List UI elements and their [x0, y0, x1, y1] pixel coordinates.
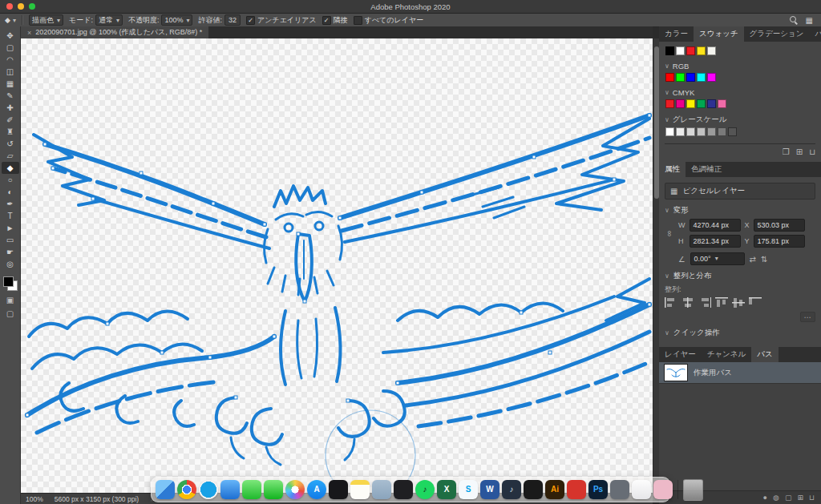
- delete-path-icon[interactable]: ⊔: [809, 494, 815, 502]
- history-brush-tool-icon[interactable]: ↺: [2, 138, 19, 150]
- dock-facetime-icon[interactable]: [264, 480, 283, 499]
- swatch[interactable]: [697, 73, 706, 82]
- quick-actions-section-header[interactable]: クイック操作: [665, 328, 815, 338]
- swatch[interactable]: [676, 127, 685, 136]
- dock-adobe-cc-icon[interactable]: [524, 480, 543, 499]
- fill-path-icon[interactable]: ●: [763, 494, 767, 502]
- swatch[interactable]: [665, 46, 674, 55]
- screen-mode-icon[interactable]: ▢: [6, 309, 14, 318]
- all-layers-checkbox[interactable]: ✓ すべてのレイヤー: [354, 15, 423, 26]
- width-field[interactable]: 4270.44 px: [690, 219, 741, 232]
- shape-tool-icon[interactable]: ▭: [2, 234, 19, 246]
- swatch[interactable]: [676, 99, 685, 108]
- swatch-group-rgb[interactable]: RGB: [665, 62, 815, 71]
- swatch[interactable]: [707, 99, 716, 108]
- link-dimensions-icon[interactable]: ∞: [665, 219, 675, 248]
- tab-channels[interactable]: チャンネル: [702, 347, 752, 362]
- path-as-selection-icon[interactable]: ▢: [785, 494, 792, 502]
- dock-spotify-icon[interactable]: ♪: [415, 480, 435, 499]
- dock-garageband-icon[interactable]: [329, 480, 348, 499]
- brush-tool-icon[interactable]: ✐: [2, 114, 19, 126]
- new-path-icon[interactable]: ⊞: [797, 494, 803, 502]
- zoom-level[interactable]: 100%: [26, 495, 43, 503]
- crop-tool-icon[interactable]: ▦: [2, 78, 19, 90]
- canvas[interactable]: [21, 38, 653, 494]
- swatch[interactable]: [665, 73, 674, 82]
- delete-swatch-icon[interactable]: ⊔: [809, 147, 815, 156]
- tab-color[interactable]: カラー: [659, 26, 694, 42]
- dock-books-icon[interactable]: [394, 480, 413, 499]
- eyedropper-tool-icon[interactable]: ✎: [2, 90, 19, 102]
- tab-gradients[interactable]: グラデーション: [744, 26, 810, 42]
- minimize-window-button[interactable]: [18, 3, 24, 10]
- align-center-vertical-icon[interactable]: [732, 297, 745, 308]
- dock-notes-icon[interactable]: [350, 480, 370, 499]
- tab-swatches[interactable]: スウォッチ: [694, 26, 744, 42]
- fill-source-select[interactable]: 描画色 ▾: [29, 14, 63, 26]
- dock-photos-icon[interactable]: [285, 480, 305, 499]
- angle-field[interactable]: 0.00° ▾: [690, 252, 745, 265]
- foreground-color-swatch[interactable]: [3, 276, 14, 287]
- flip-vertical-icon[interactable]: ⇅: [761, 255, 767, 264]
- align-center-horizontal-icon[interactable]: [681, 297, 694, 308]
- swatch[interactable]: [707, 46, 716, 55]
- dodge-tool-icon[interactable]: ◐: [2, 186, 19, 198]
- tab-properties[interactable]: 属性: [659, 162, 686, 177]
- dock-finder-icon[interactable]: [156, 480, 175, 499]
- align-right-icon[interactable]: [698, 297, 711, 308]
- path-selection-tool-icon[interactable]: ►: [2, 222, 19, 234]
- mode-select[interactable]: 通常 ▾: [95, 14, 123, 26]
- clone-stamp-tool-icon[interactable]: ♜: [2, 126, 19, 138]
- x-field[interactable]: 530.03 px: [754, 219, 805, 232]
- document-tab[interactable]: × 2020090701.jpg @ 100% (作成したパス, RGB/8#)…: [21, 26, 208, 38]
- swatch[interactable]: [676, 46, 685, 55]
- y-field[interactable]: 175.81 px: [754, 235, 805, 248]
- quick-mask-icon[interactable]: ▣: [6, 296, 14, 304]
- dock-paint-app-icon[interactable]: [653, 480, 673, 499]
- dock-downloads-folder-icon[interactable]: [372, 480, 391, 499]
- swatch[interactable]: [665, 99, 674, 108]
- dock-messages-icon[interactable]: [242, 480, 261, 499]
- lasso-tool-icon[interactable]: ◠: [2, 54, 19, 66]
- flip-horizontal-icon[interactable]: ⇄: [750, 255, 756, 264]
- dock-app-store-icon[interactable]: A: [307, 480, 326, 499]
- search-icon[interactable]: [790, 16, 799, 25]
- swatch[interactable]: [686, 99, 695, 108]
- align-bottom-icon[interactable]: [749, 297, 762, 308]
- blur-tool-icon[interactable]: ○: [2, 174, 19, 186]
- marquee-tool-icon[interactable]: ▢: [2, 42, 19, 54]
- trash-icon[interactable]: [683, 479, 703, 501]
- dock-illustrator-icon[interactable]: Ai: [545, 480, 564, 499]
- dock-excel-icon[interactable]: X: [437, 480, 456, 499]
- paint-bucket-tool-icon[interactable]: ◆: [2, 162, 19, 174]
- swatch[interactable]: [686, 46, 695, 55]
- swatch[interactable]: [686, 73, 695, 82]
- tab-adjustments[interactable]: 色調補正: [686, 162, 727, 177]
- dock-mail-icon[interactable]: [220, 480, 240, 499]
- close-window-button[interactable]: [6, 3, 13, 10]
- tab-paths[interactable]: パス: [751, 347, 778, 362]
- swatch-group-cmyk[interactable]: CMYK: [665, 88, 815, 97]
- swatch[interactable]: [665, 127, 674, 136]
- align-more-options-button[interactable]: ⋯: [800, 312, 816, 322]
- height-field[interactable]: 2821.34 px: [690, 235, 741, 248]
- swatch[interactable]: [697, 127, 706, 136]
- work-path-row[interactable]: 作業用パス: [659, 362, 821, 384]
- tab-patterns[interactable]: パターン: [809, 26, 821, 42]
- swatch[interactable]: [686, 127, 695, 136]
- align-left-icon[interactable]: [665, 297, 677, 308]
- swatch[interactable]: [707, 127, 716, 136]
- swatch[interactable]: [676, 73, 685, 82]
- anti-alias-checkbox[interactable]: ✓ アンチエイリアス: [246, 15, 317, 26]
- zoom-window-button[interactable]: [29, 3, 35, 10]
- workspace-switcher-icon[interactable]: ▦: [806, 16, 813, 25]
- move-tool-icon[interactable]: ✥: [2, 30, 19, 42]
- object-selection-tool-icon[interactable]: ◫: [2, 66, 19, 78]
- align-top-icon[interactable]: [715, 297, 728, 308]
- pen-tool-icon[interactable]: ✒: [2, 198, 19, 210]
- stroke-path-icon[interactable]: ◍: [773, 494, 779, 502]
- zoom-tool-icon[interactable]: ◎: [2, 258, 19, 270]
- tab-layers[interactable]: レイヤー: [659, 347, 702, 362]
- swatch-group-grayscale[interactable]: グレースケール: [665, 115, 815, 125]
- swatch[interactable]: [697, 99, 706, 108]
